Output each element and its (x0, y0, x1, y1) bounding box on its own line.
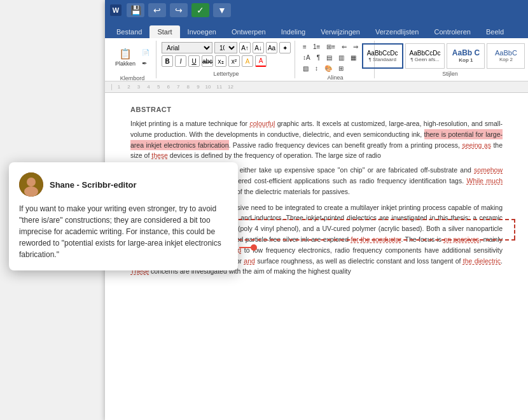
title-bar: W 💾 ↩ ↪ ✓ ▼ (105, 0, 528, 20)
indent-button[interactable]: ⇒ (351, 42, 361, 52)
strikethrough-button[interactable]: abc (202, 55, 213, 67)
highlight-button[interactable]: A (242, 55, 253, 67)
plakken-button[interactable]: 📋 Plakken (113, 42, 138, 74)
comment-author-name: Shane - Scribbr-editor (50, 180, 137, 190)
ribbon-content: 📋 Plakken 📄 ✒ Klembord Arial 10 (105, 38, 528, 81)
format-button[interactable]: ✒ (139, 59, 152, 68)
comment-body: If you want to make your writing even st… (19, 203, 228, 260)
save-button[interactable]: 💾 (127, 3, 144, 17)
check-button[interactable]: ✓ (191, 3, 209, 17)
paragraph-button[interactable]: ¶ (314, 53, 323, 62)
word-these: these (151, 151, 168, 159)
font-aa-button[interactable]: Aa (266, 42, 277, 53)
style-kop2[interactable]: AaBbC Kop 2 (487, 43, 525, 69)
align-center-button[interactable]: ▥ (336, 53, 347, 62)
alinea-label: Alinea (328, 73, 344, 81)
stijlen-label: Stijlen (442, 69, 458, 77)
borders-button[interactable]: ⊞ (336, 64, 346, 73)
word-and2: and (244, 257, 255, 265)
bold-button[interactable]: B (162, 55, 173, 67)
paragraph-1: Inkjet printing is a mature technique fo… (130, 118, 503, 161)
italic-button[interactable]: I (175, 55, 186, 67)
word-the-dielectric: the dielectric (463, 257, 501, 265)
ribbon-tabs: Bestand Start Invoegen Ontwerpen Indelin… (105, 20, 528, 38)
more-button[interactable]: ▼ (213, 3, 231, 17)
font-controls: Arial 10 A↑ A↓ Aa ✦ B I U abc x₂ x² (162, 42, 291, 67)
klembord-buttons: 📋 Plakken 📄 ✒ (113, 42, 152, 74)
tab-indeling[interactable]: Indeling (274, 25, 314, 38)
bullets-button[interactable]: ≡ (300, 42, 309, 52)
klembord-label: Klembord (120, 74, 145, 81)
word-colourful: colourful (250, 120, 275, 127)
word-somehow: somehow (474, 166, 503, 174)
subscript-button[interactable]: x₂ (215, 55, 226, 67)
word-while-much: While much (467, 177, 503, 185)
line-spacing-button[interactable]: ↕ (312, 64, 321, 73)
abstract-title: ABSTRACT (130, 106, 503, 113)
svg-point-1 (27, 178, 36, 186)
align-right-button[interactable]: ▦ (348, 53, 359, 62)
tab-controleren[interactable]: Controleren (427, 25, 478, 38)
shading-button[interactable]: 🎨 (322, 64, 335, 73)
ribbon-group-klembord: 📋 Plakken 📄 ✒ Klembord (109, 41, 156, 78)
tab-verzendlijsten[interactable]: Verzendlijsten (368, 25, 427, 38)
underline-button[interactable]: U (188, 55, 200, 67)
style-geen-afstand[interactable]: AaBbCcDc ¶ Geen afs... (405, 43, 445, 69)
multilevel-button[interactable]: ⊞≡ (324, 42, 338, 52)
superscript-button[interactable]: x² (228, 55, 240, 67)
ruler: │ 1 2 3 4 5 6 7 8 9 10 11 12 (105, 81, 528, 93)
styles-panel: AaBbCcDc ¶ Standaard AaBbCcDc ¶ Geen afs… (362, 42, 528, 69)
outdent-button[interactable]: ⇐ (339, 42, 349, 52)
avatar (19, 172, 43, 197)
copy-button[interactable]: 📄 (139, 48, 152, 57)
font-clear-button[interactable]: ✦ (279, 42, 291, 53)
lettertype-label: Lettertype (214, 69, 239, 77)
word-icon: W (110, 4, 122, 16)
font-grow-button[interactable]: A↑ (239, 42, 251, 53)
svg-point-2 (24, 186, 38, 197)
tab-invoegen[interactable]: Invoegen (180, 25, 224, 38)
comment-header: Shane - Scribbr-editor (19, 172, 228, 197)
word-seeing-as: seeing as (462, 141, 490, 149)
undo-button[interactable]: ↩ (148, 3, 166, 17)
connector-dot (251, 244, 257, 251)
style-kop1[interactable]: AaBb C Kop 1 (447, 43, 485, 69)
tab-ontwerpen[interactable]: Ontwerpen (224, 25, 274, 38)
font-shrink-button[interactable]: A↓ (253, 42, 264, 53)
redo-button[interactable]: ↪ (170, 3, 188, 17)
tab-start[interactable]: Start (149, 25, 179, 38)
font-color-button[interactable]: A (255, 55, 267, 67)
highlighted-phrase: there is potential for large-area inkjet… (130, 129, 503, 150)
comment-line-right (514, 219, 515, 239)
ribbon-group-lettertype: Arial 10 A↑ A↓ Aa ✦ B I U abc x₂ x² (158, 41, 295, 78)
numbering-button[interactable]: 1≡ (310, 42, 323, 52)
tab-bestand[interactable]: Bestand (109, 25, 149, 38)
tab-verwijzingen[interactable]: Verwijzingen (313, 25, 368, 38)
quick-access-toolbar: 💾 ↩ ↪ ✓ ▼ (127, 3, 231, 17)
style-standaard[interactable]: AaBbCcDc ¶ Standaard (362, 43, 403, 69)
align-left-button[interactable]: ▤ (324, 53, 335, 62)
comment-popup: Shane - Scribbr-editor If you want to ma… (9, 162, 238, 270)
sort-button[interactable]: ↕A (300, 53, 313, 62)
justify-button[interactable]: ▧ (300, 64, 311, 73)
ribbon-group-stijlen: AaBbCcDc ¶ Standaard AaBbCcDc ¶ Geen afs… (376, 41, 524, 78)
alinea-buttons: ≡ 1≡ ⊞≡ ⇐ ⇒ ↕A ¶ ▤ ▥ ▦ ▧ ↕ 🎨 ⊞ (300, 42, 370, 73)
tab-beeld[interactable]: Beeld (478, 25, 511, 38)
font-family-select[interactable]: Arial (162, 42, 212, 53)
font-size-select[interactable]: 10 (214, 42, 237, 53)
connector-line (239, 247, 252, 248)
